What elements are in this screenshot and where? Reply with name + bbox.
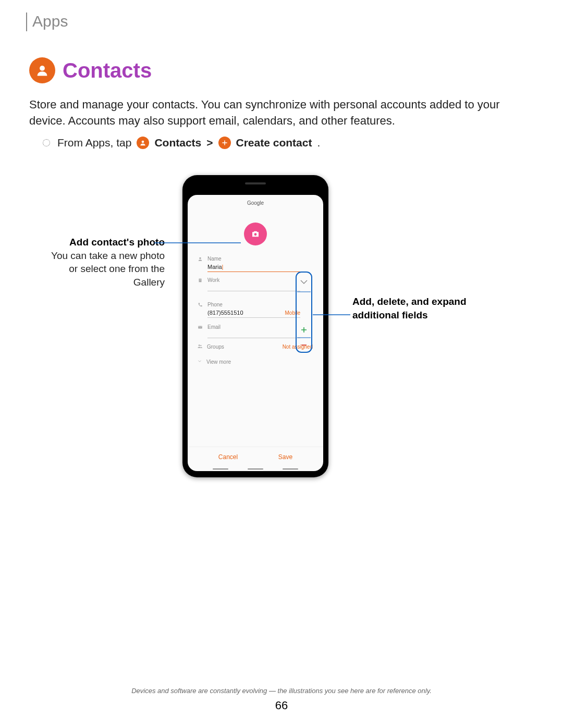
email-field-group: Email	[188, 318, 323, 338]
name-input[interactable]: Maria	[207, 262, 300, 272]
svg-rect-6	[200, 279, 201, 279]
email-icon	[197, 325, 203, 330]
svg-rect-5	[200, 279, 200, 279]
cancel-button[interactable]: Cancel	[218, 453, 238, 461]
groups-icon	[197, 343, 203, 350]
add-icon	[218, 137, 231, 149]
callout-fields: Add, delete, and expand additional field…	[352, 295, 467, 322]
section-header: Apps	[32, 13, 68, 30]
svg-rect-4	[199, 278, 202, 282]
step-instruction: From Apps, tap Contacts > Create contact…	[43, 137, 320, 149]
phone-earpiece	[245, 182, 266, 184]
phone-input-row[interactable]: (817)5551510 Mobile	[207, 307, 300, 318]
callout-left-title: Add contact's photo	[50, 236, 165, 249]
person-icon	[197, 256, 203, 262]
svg-rect-8	[200, 280, 201, 280]
chevron-icon: >	[206, 137, 213, 149]
page-title: Contacts	[63, 59, 152, 82]
svg-point-1	[142, 141, 144, 143]
email-label: Email	[207, 324, 221, 330]
work-field-group: Work	[188, 272, 323, 291]
phone-field-group: Phone (817)5551510 Mobile	[188, 291, 323, 318]
step-prefix: From Apps, tap	[57, 137, 131, 149]
phone-number-value: (817)5551510	[207, 310, 282, 316]
svg-point-0	[40, 66, 45, 71]
callout-right-title: Add, delete, and expand additional field…	[352, 295, 467, 322]
page-title-row: Contacts	[29, 57, 152, 83]
phone-label: Phone	[207, 302, 223, 307]
step-period: .	[317, 137, 320, 149]
view-more-row[interactable]: View more	[188, 353, 323, 370]
svg-point-11	[200, 345, 201, 346]
svg-rect-7	[200, 280, 200, 280]
groups-label: Groups	[207, 344, 224, 350]
groups-row[interactable]: Groups Not assigned	[188, 338, 323, 353]
save-button[interactable]: Save	[278, 453, 292, 461]
camera-icon	[251, 229, 260, 239]
chevron-down-icon	[197, 359, 202, 365]
phone-icon	[197, 302, 203, 307]
callout-left-body: You can take a new photo or select one f…	[50, 249, 165, 289]
phone-type-value[interactable]: Mobile	[285, 310, 300, 316]
footer-disclaimer: Devices and software are constantly evol…	[0, 687, 563, 695]
intro-paragraph: Store and manage your contacts. You can …	[29, 97, 534, 129]
bullet-icon	[43, 139, 50, 146]
page-number: 66	[0, 699, 563, 712]
dialog-buttons: Cancel Save	[188, 447, 323, 461]
callout-add-photo: Add contact's photo You can take a new p…	[50, 236, 165, 289]
nav-back[interactable]	[283, 468, 298, 470]
contacts-icon	[137, 137, 149, 149]
contacts-app-icon	[29, 57, 55, 83]
account-label[interactable]: Google	[188, 195, 323, 210]
groups-value: Not assigned	[283, 344, 313, 350]
work-label: Work	[207, 277, 219, 283]
android-navbar	[188, 468, 323, 470]
add-photo-button[interactable]	[244, 223, 267, 245]
name-field-group: Name Maria	[188, 251, 323, 272]
email-input[interactable]	[207, 330, 300, 338]
name-label: Name	[207, 256, 222, 262]
phone-screen: Google Name Maria Work	[188, 195, 323, 471]
building-icon	[197, 278, 203, 283]
work-input[interactable]	[207, 283, 300, 291]
section-divider	[26, 13, 27, 31]
svg-point-2	[254, 233, 257, 236]
step-create-label: Create contact	[236, 137, 312, 149]
view-more-label: View more	[206, 359, 231, 365]
phone-illustration: Google Name Maria Work	[182, 175, 328, 477]
nav-recent[interactable]	[213, 468, 228, 470]
step-contacts-label: Contacts	[154, 137, 201, 149]
svg-point-3	[199, 257, 201, 258]
nav-home[interactable]	[248, 468, 263, 470]
svg-point-10	[199, 344, 200, 346]
